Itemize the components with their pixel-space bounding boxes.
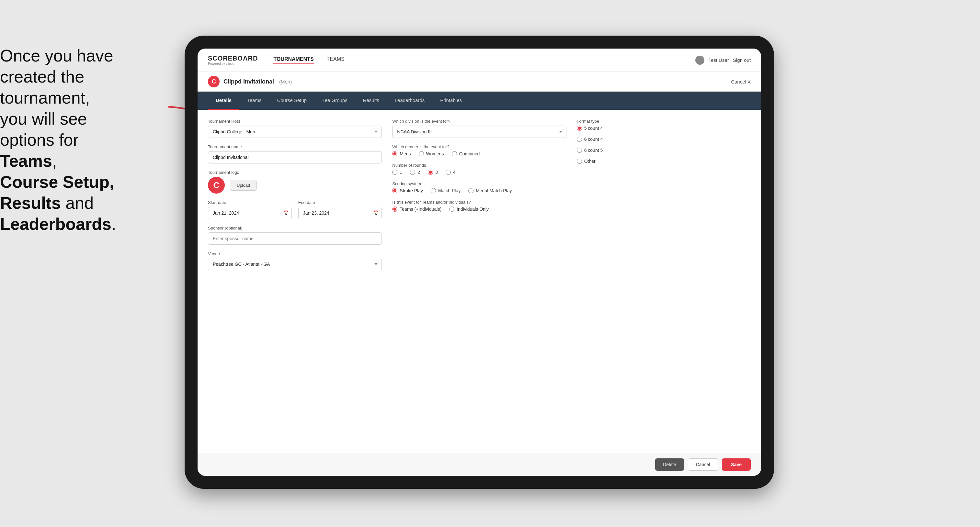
- scoring-medal-match-radio[interactable]: [468, 188, 474, 193]
- rounds-4[interactable]: 4: [445, 170, 456, 175]
- form-columns: Tournament Host Clippd College - Men Tou…: [208, 119, 751, 270]
- scoring-group: Scoring system Stroke Play Match Play: [392, 181, 566, 193]
- tab-details[interactable]: Details: [208, 92, 239, 110]
- individuals-only-radio[interactable]: [449, 206, 454, 212]
- gender-combined[interactable]: Combined: [452, 151, 480, 156]
- scoring-label: Scoring system: [392, 181, 566, 186]
- scoring-stroke-radio[interactable]: [392, 188, 398, 193]
- format-6count4-radio[interactable]: [577, 137, 582, 142]
- rounds-4-radio[interactable]: [445, 170, 451, 175]
- nav-right: Test User | Sign out: [695, 56, 751, 65]
- tab-course-setup[interactable]: Course Setup: [269, 92, 315, 110]
- end-date-label: End date: [298, 200, 382, 205]
- cancel-button-header[interactable]: Cancel X: [731, 79, 751, 84]
- tournament-name: Clippd Invitational: [223, 78, 274, 85]
- cancel-button-footer[interactable]: Cancel: [688, 459, 718, 471]
- venue-label: Venue: [208, 251, 382, 256]
- gender-mens[interactable]: Mens: [392, 151, 410, 156]
- tab-results[interactable]: Results: [355, 92, 387, 110]
- instruction-text: Once you have created the tournament, yo…: [0, 45, 156, 235]
- scoring-match-radio[interactable]: [431, 188, 436, 193]
- format-6count5[interactable]: 6 count 5: [577, 148, 751, 153]
- tournament-logo-circle: C: [208, 76, 220, 87]
- tournament-subtitle: (Men): [279, 79, 292, 84]
- rounds-label: Number of rounds: [392, 163, 566, 168]
- rounds-1[interactable]: 1: [392, 170, 402, 175]
- tournament-name-input[interactable]: [208, 151, 382, 163]
- instruction-line2: created the: [0, 67, 84, 86]
- tournament-header: C Clippd Invitational (Men) Cancel X: [197, 72, 761, 92]
- logo-area: SCOREBOARD Powered by clippd: [208, 55, 258, 65]
- tab-printables[interactable]: Printables: [432, 92, 469, 110]
- tournament-host-select[interactable]: Clippd College - Men: [208, 125, 382, 138]
- gender-mens-radio[interactable]: [392, 151, 398, 156]
- format-5count4-radio[interactable]: [577, 125, 582, 131]
- gender-womens[interactable]: Womens: [419, 151, 444, 156]
- tab-tee-groups[interactable]: Tee Groups: [315, 92, 355, 110]
- tablet-frame: SCOREBOARD Powered by clippd TOURNAMENTS…: [185, 36, 774, 489]
- format-other-radio[interactable]: [577, 159, 582, 164]
- date-input-row: Start date 📅 End date 📅: [208, 200, 382, 219]
- venue-select[interactable]: Peachtree GC - Atlanta - GA: [208, 258, 382, 270]
- logo-sub: Powered by clippd: [208, 62, 258, 65]
- gender-radio-row: Mens Womens Combined: [392, 151, 566, 156]
- gender-group: Which gender is the event for? Mens Wome…: [392, 144, 566, 156]
- instruction-bold2: Course Setup,: [0, 173, 115, 191]
- instruction-line5: options for: [0, 130, 79, 149]
- venue-group: Venue Peachtree GC - Atlanta - GA: [208, 251, 382, 270]
- scoring-match[interactable]: Match Play: [431, 188, 461, 193]
- gender-combined-radio[interactable]: [452, 151, 457, 156]
- tournament-title-row: C Clippd Invitational (Men): [208, 76, 292, 87]
- scoring-medal-match[interactable]: Medal Match Play: [468, 188, 512, 193]
- gender-womens-radio[interactable]: [419, 151, 424, 156]
- logo-upload-row: C Upload: [208, 177, 382, 194]
- instruction-line4: you will see: [0, 110, 87, 128]
- format-6count4[interactable]: 6 count 4: [577, 137, 751, 142]
- rounds-1-radio[interactable]: [392, 170, 398, 175]
- tabs-bar: Details Teams Course Setup Tee Groups Re…: [197, 92, 761, 110]
- logo-text: SCOREBOARD: [208, 55, 258, 62]
- teams-plus-individuals[interactable]: Teams (+Individuals): [392, 206, 441, 212]
- sponsor-group: Sponsor (optional): [208, 225, 382, 245]
- nav-links: TOURNAMENTS TEAMS: [273, 56, 344, 64]
- division-select[interactable]: NCAA Division III: [392, 125, 566, 138]
- start-date-group: Start date 📅: [208, 200, 292, 219]
- format-6count5-radio[interactable]: [577, 148, 582, 153]
- form-column-2: Which division is the event for? NCAA Di…: [392, 119, 566, 270]
- rounds-3-radio[interactable]: [428, 170, 433, 175]
- delete-button[interactable]: Delete: [655, 459, 684, 471]
- tab-leaderboards[interactable]: Leaderboards: [387, 92, 433, 110]
- avatar: [695, 56, 705, 65]
- division-group: Which division is the event for? NCAA Di…: [392, 119, 566, 138]
- scoring-radio-row: Stroke Play Match Play Medal Match Play: [392, 188, 566, 193]
- nav-tournaments[interactable]: TOURNAMENTS: [273, 56, 313, 64]
- instruction-line3: tournament,: [0, 88, 90, 107]
- format-5count4[interactable]: 5 count 4: [577, 125, 751, 131]
- end-date-input[interactable]: [298, 207, 382, 219]
- tournament-name-label: Tournament name: [208, 144, 382, 149]
- tab-teams[interactable]: Teams: [239, 92, 269, 110]
- tournament-logo-group: Tournament logo C Upload: [208, 170, 382, 194]
- user-sign-out[interactable]: Test User | Sign out: [708, 57, 751, 63]
- save-button[interactable]: Save: [722, 459, 751, 471]
- scoring-stroke[interactable]: Stroke Play: [392, 188, 423, 193]
- division-label: Which division is the event for?: [392, 119, 566, 124]
- gender-label: Which gender is the event for?: [392, 144, 566, 149]
- nav-teams[interactable]: TEAMS: [327, 56, 345, 64]
- top-nav: SCOREBOARD Powered by clippd TOURNAMENTS…: [197, 49, 761, 72]
- teams-group: Is this event for Teams and/or Individua…: [392, 200, 566, 212]
- individuals-only[interactable]: Individuals Only: [449, 206, 489, 212]
- rounds-radio-row: 1 2 3 4: [392, 170, 566, 175]
- form-column-3: Format type 5 count 4 6 count 4: [577, 119, 751, 270]
- rounds-2-radio[interactable]: [410, 170, 415, 175]
- teams-plus-individuals-radio[interactable]: [392, 206, 398, 212]
- rounds-2[interactable]: 2: [410, 170, 420, 175]
- logo-preview-circle: C: [208, 177, 225, 194]
- sponsor-input[interactable]: [208, 232, 382, 245]
- upload-button[interactable]: Upload: [230, 180, 257, 190]
- tablet-screen: SCOREBOARD Powered by clippd TOURNAMENTS…: [197, 49, 761, 476]
- start-date-input[interactable]: [208, 207, 292, 219]
- format-other[interactable]: Other: [577, 159, 751, 164]
- form-area: Tournament Host Clippd College - Men Tou…: [197, 110, 761, 453]
- rounds-3[interactable]: 3: [428, 170, 438, 175]
